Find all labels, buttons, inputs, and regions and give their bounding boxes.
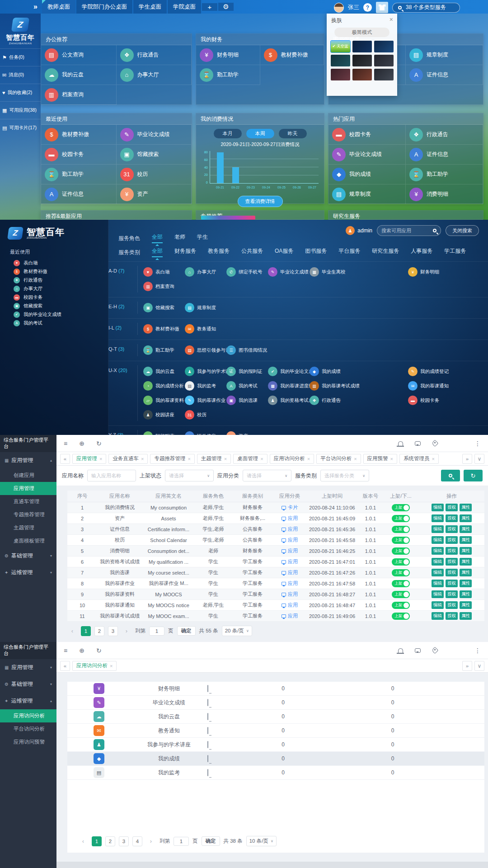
table-row[interactable]: 9 我的慕课资料 My MOOCS 学生 学工服务 应用 2020-08-21 … xyxy=(67,589,484,600)
admin-tab[interactable]: 业务直通车× xyxy=(108,454,148,464)
publish-toggle[interactable]: 上架 xyxy=(392,591,410,598)
desktop-settings-button[interactable]: ⚙ xyxy=(218,3,234,11)
role-filter-option[interactable]: 老师 xyxy=(174,233,185,243)
hall-app-tile[interactable]: ✎ 我的成绩登记 xyxy=(408,365,488,377)
property-button[interactable]: 属性 xyxy=(460,514,472,522)
hall-app-tile[interactable]: ▤ 我的监考 xyxy=(185,380,226,392)
add-desktop-button[interactable]: + xyxy=(202,3,217,11)
category-select[interactable]: 请选择∨ xyxy=(243,470,291,481)
edit-button[interactable]: 编辑 xyxy=(432,536,444,544)
confirm-button[interactable]: 确定 xyxy=(177,626,196,636)
skin-thumbnail[interactable] xyxy=(331,55,350,66)
more-menu-icon[interactable]: ⋮ xyxy=(474,647,481,654)
property-button[interactable]: 属性 xyxy=(460,580,472,587)
sidebar-item[interactable]: ▤ 可用卡片(17) xyxy=(0,119,41,137)
close-tab-icon[interactable]: × xyxy=(390,456,393,462)
tabs-scroll-right[interactable]: » xyxy=(462,661,472,671)
category-link[interactable]: 应用 xyxy=(282,591,298,598)
hall-app-tile[interactable]: $ 教材费补缴 xyxy=(143,323,185,335)
status-select[interactable]: 请选择∨ xyxy=(165,470,214,481)
hall-app-tile[interactable]: ⌛ 勤工助学 xyxy=(143,344,185,356)
type-filter-option[interactable]: 图书服务 xyxy=(305,247,327,257)
publish-toggle[interactable]: 上架 xyxy=(392,569,410,576)
hall-app-tile[interactable]: 31 校历 xyxy=(185,409,226,421)
hall-app-tile[interactable]: ▥ 我的慕课考试成绩 xyxy=(310,380,408,392)
authorize-button[interactable]: 授权 xyxy=(446,612,458,620)
category-link[interactable]: 应用 xyxy=(282,580,298,587)
skin-thumbnail[interactable]: ✔ 天空蓝 xyxy=(331,41,350,52)
hall-app-tile[interactable]: ✎ 我的慕课作业 xyxy=(185,394,226,406)
help-icon[interactable]: ? xyxy=(363,3,372,12)
access-table-row[interactable]: ♟ 我参与的学术讲座 0 0 xyxy=(67,738,484,752)
skin-thumbnail[interactable] xyxy=(352,41,372,52)
type-filter-option[interactable]: 学工服务 xyxy=(444,247,466,257)
table-row[interactable]: 5 消费明细 Consumption det... 老师 财务服务 应用 202… xyxy=(67,546,484,557)
category-link[interactable]: 应用 xyxy=(282,515,298,522)
category-link[interactable]: 应用 xyxy=(282,558,298,565)
hall-app-tile[interactable]: ◔ 我的成绩分析 xyxy=(143,380,185,392)
hall-app-tile[interactable]: ▣ 馆藏搜索 xyxy=(143,302,185,314)
app-tile[interactable]: A 证件信息 xyxy=(41,184,117,204)
notification-bell-icon[interactable] xyxy=(398,441,403,446)
globe-icon[interactable]: ⊕ xyxy=(79,647,84,654)
app-tile[interactable]: ✎ 毕业论文成绩 xyxy=(328,145,406,165)
skin-thumbnail[interactable] xyxy=(352,55,372,66)
app-tile[interactable]: ¥ 资产 xyxy=(117,184,192,204)
app-tile[interactable]: ¥ 消费明细 xyxy=(406,184,483,204)
authorize-button[interactable]: 授权 xyxy=(446,547,458,555)
category-link[interactable]: 应用 xyxy=(282,602,298,609)
property-button[interactable]: 属性 xyxy=(460,601,472,609)
hall-app-tile[interactable]: ¥ 资产 xyxy=(226,430,268,435)
menu-group-header[interactable]: ⚙ 基础管理 ▾ xyxy=(0,547,56,564)
goto-page-input[interactable]: 1 xyxy=(149,627,164,636)
app-name-input[interactable]: 输入应用名称 xyxy=(87,470,136,481)
property-button[interactable]: 属性 xyxy=(460,590,472,598)
edit-button[interactable]: 编辑 xyxy=(432,525,444,533)
authorize-button[interactable]: 授权 xyxy=(446,558,458,566)
desktop-tab[interactable]: 学院部门办公桌面 xyxy=(76,0,132,14)
hall-app-tile[interactable]: ♥ 表白墙 xyxy=(143,266,185,278)
tabs-scroll-left[interactable]: « xyxy=(60,454,70,464)
app-tile[interactable]: ▤ 公文查询 xyxy=(41,45,117,65)
app-tile[interactable]: ¥ 财务明细 xyxy=(196,45,260,65)
table-row[interactable]: 10 我的慕课通知 My MOOCS notice 老师,学生 学工服务 应用 … xyxy=(67,600,484,611)
close-tab-icon[interactable]: × xyxy=(188,456,190,462)
close-tab-icon[interactable]: × xyxy=(99,456,102,462)
desktop-tab[interactable]: 教师桌面 xyxy=(42,0,75,14)
skin-button[interactable] xyxy=(376,2,388,13)
access-table-row[interactable]: ◆ 我的成绩 0 0 xyxy=(67,752,484,766)
admin-tab[interactable]: 应用访问分析× xyxy=(270,454,314,464)
hall-app-tile[interactable]: ◆ 我的成绩 xyxy=(310,365,408,377)
app-tile[interactable]: ⌛ 勤工助学 xyxy=(196,65,260,85)
menu-group-header[interactable]: ▦ 应用管理 ▾ xyxy=(0,659,56,676)
sidebar-item[interactable]: ✉ 消息(0) xyxy=(0,66,41,84)
menu-item[interactable]: 创建应用 xyxy=(0,469,56,482)
more-menu-icon[interactable]: ⋮ xyxy=(474,440,481,447)
admin-tab[interactable]: 系统管理员× xyxy=(399,454,439,464)
service-search[interactable]: 38 个多类型服务 xyxy=(392,3,460,13)
recent-app-item[interactable]: ❖ 行政通告 xyxy=(0,276,108,284)
app-tile[interactable]: ▬ 校园卡务 xyxy=(328,125,406,145)
hall-app-tile[interactable]: ✉ 教务通知 xyxy=(185,323,226,335)
role-filter-option[interactable]: 学生 xyxy=(197,233,208,243)
menu-item[interactable]: 桌面模板管理 xyxy=(0,534,56,547)
access-table-row[interactable]: ▤ 我的监考 0 0 xyxy=(67,766,484,780)
admin-tab[interactable]: 应用管理× xyxy=(72,454,106,464)
close-tab-icon[interactable]: × xyxy=(432,456,435,462)
close-tab-icon[interactable]: × xyxy=(260,456,263,462)
hall-app-tile[interactable]: ▬ 校园卡务 xyxy=(408,394,488,406)
page-size-select[interactable]: 20 条/页∨ xyxy=(222,626,252,636)
hall-app-tile[interactable]: ▣ 我的选课 xyxy=(226,394,268,406)
tabs-scroll-left[interactable]: « xyxy=(60,661,70,671)
publish-toggle[interactable]: 上架 xyxy=(392,602,410,609)
app-tile[interactable]: $ 教材费补缴 xyxy=(41,125,117,145)
skin-thumbnail[interactable] xyxy=(374,69,394,80)
promo-banner-thumbnail[interactable] xyxy=(201,216,255,220)
hall-app-tile[interactable]: ♟ 我的资格考试成绩 xyxy=(268,394,310,406)
skin-thumbnail[interactable] xyxy=(374,41,394,52)
app-tile[interactable]: ▬ 校园卡务 xyxy=(41,145,117,165)
property-button[interactable]: 属性 xyxy=(460,612,472,620)
recent-app-item[interactable]: A 我的考试 xyxy=(0,319,108,327)
table-row[interactable]: 7 我的选课 My course select... 学生 学工服务 应用 20… xyxy=(67,567,484,578)
expand-sidebar-icon[interactable]: » xyxy=(33,3,38,11)
